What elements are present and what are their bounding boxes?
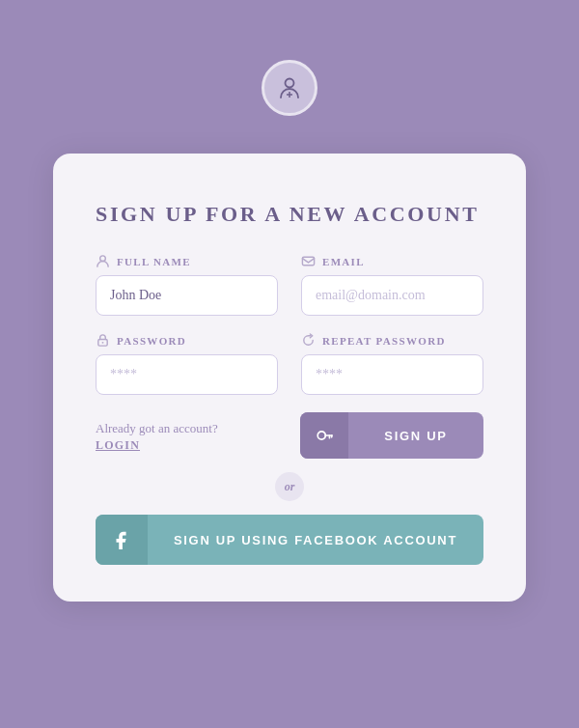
password-row: PASSWORD REPEAT PASSWORD [96, 333, 483, 395]
refresh-icon [301, 333, 316, 348]
password-group: PASSWORD [96, 333, 278, 395]
key-icon [315, 426, 334, 445]
email-label: EMAIL [301, 254, 483, 268]
svg-point-3 [100, 256, 106, 262]
repeat-password-input[interactable] [301, 354, 483, 395]
facebook-icon [111, 529, 132, 550]
email-group: EMAIL [301, 254, 483, 316]
name-email-row: FULL NAME EMAIL [96, 254, 483, 316]
password-input[interactable] [96, 354, 278, 395]
email-icon [301, 254, 316, 268]
or-divider: or [96, 472, 483, 501]
facebook-button-label: SIGN UP USING FACEBOOK ACCOUNT [148, 533, 483, 547]
full-name-group: FULL NAME [96, 254, 278, 316]
top-icon-circle [262, 60, 317, 116]
email-input[interactable] [301, 275, 483, 316]
facebook-icon-container [96, 515, 148, 565]
login-section: Already got an account? LOGIN [96, 419, 218, 453]
key-icon-container [300, 412, 348, 459]
user-icon [96, 254, 110, 268]
login-link[interactable]: LOGIN [96, 438, 218, 453]
person-icon [276, 74, 303, 101]
lock-icon [96, 333, 110, 348]
svg-point-0 [286, 79, 294, 88]
svg-point-6 [102, 342, 104, 344]
already-account-text: Already got an account? [96, 421, 218, 435]
card-title: SIGN UP FOR A NEW ACCOUNT [96, 202, 483, 227]
full-name-input[interactable] [96, 275, 278, 316]
facebook-signup-button[interactable]: SIGN UP USING FACEBOOK ACCOUNT [96, 515, 483, 565]
repeat-password-group: REPEAT PASSWORD [301, 333, 483, 395]
or-badge: or [275, 472, 304, 501]
bottom-row: Already got an account? LOGIN SIGN UP [96, 412, 483, 459]
signup-button[interactable]: SIGN UP [300, 412, 483, 459]
page-wrapper: SIGN UP FOR A NEW ACCOUNT FULL NAME [0, 0, 579, 728]
svg-rect-4 [302, 257, 314, 265]
signup-card: SIGN UP FOR A NEW ACCOUNT FULL NAME [53, 154, 526, 602]
repeat-password-label: REPEAT PASSWORD [301, 333, 483, 348]
signup-button-label: SIGN UP [348, 429, 483, 443]
full-name-label: FULL NAME [96, 254, 278, 268]
password-label: PASSWORD [96, 333, 278, 348]
